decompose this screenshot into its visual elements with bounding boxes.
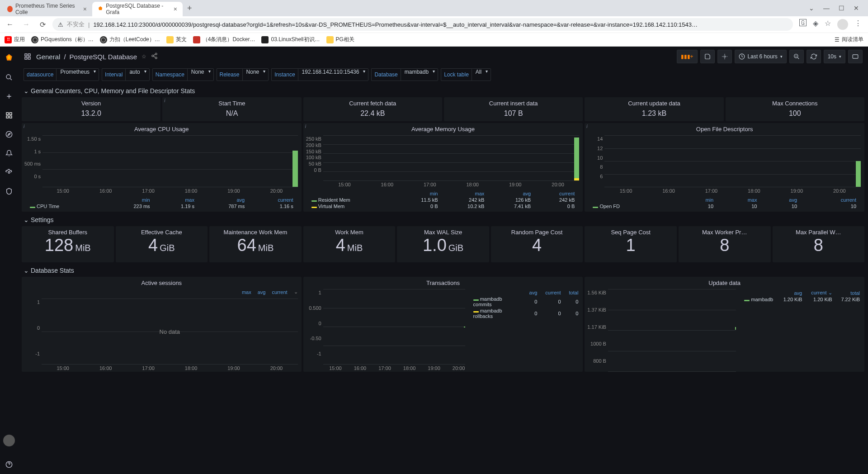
- translate-icon[interactable]: 🄶: [799, 19, 807, 30]
- close-icon[interactable]: ×: [83, 5, 87, 13]
- chevron-down-icon[interactable]: ⌄: [809, 5, 814, 12]
- panel-transactions: Transactions 10.5000-0.50-1 avgcurrentto…: [303, 277, 583, 372]
- panel-active-sessions: Active sessions maxavgcurrent⌄ 10-1 No d…: [22, 277, 302, 372]
- plot-area[interactable]: [42, 135, 298, 187]
- gear-icon[interactable]: [4, 167, 14, 178]
- row-header-counters[interactable]: ⌄General Counters, CPU, Memory and File …: [18, 85, 868, 97]
- maximize-icon[interactable]: ☐: [839, 5, 844, 12]
- bookmarks-bar: ⠿应用 ◯PGquestions（彬）… ◯力扣（LeetCode）… 英文 （…: [0, 33, 868, 46]
- panel-effective-cache: Effective Cache4GiB: [116, 226, 208, 262]
- dashboards-icon[interactable]: [4, 110, 14, 121]
- apps-button[interactable]: ⠿应用: [5, 36, 25, 43]
- user-avatar[interactable]: [3, 435, 15, 446]
- plot-area[interactable]: [323, 135, 579, 181]
- plot-area[interactable]: [608, 289, 736, 372]
- plot-area[interactable]: No data: [42, 299, 298, 365]
- bookmark-item[interactable]: PG相关: [326, 36, 354, 43]
- panel-work-mem: Work Mem4MiB: [303, 226, 396, 262]
- reading-list[interactable]: ☰阅读清单: [835, 36, 863, 43]
- info-icon[interactable]: i: [24, 124, 24, 129]
- address-bar: ← → ⟳ ⚠ 不安全 | 192.168.142.110:23000/d/00…: [0, 16, 868, 33]
- bookmark-item[interactable]: 英文: [166, 36, 187, 43]
- var-locktable[interactable]: All: [472, 68, 491, 81]
- breadcrumb-folder[interactable]: General: [36, 53, 60, 61]
- tab-bar: Prometheus Time Series Colle × PostgreSQ…: [0, 0, 868, 16]
- star-icon[interactable]: ☆: [825, 19, 831, 30]
- svg-point-12: [155, 53, 157, 55]
- reload-button[interactable]: ⟳: [36, 18, 49, 31]
- var-label: Namespace: [152, 68, 187, 81]
- info-icon[interactable]: i: [164, 98, 165, 103]
- back-button[interactable]: ←: [4, 18, 16, 31]
- breadcrumb: General / PostgreSQL Database: [36, 53, 137, 61]
- panel-start-time: i Start Time N/A: [162, 97, 301, 121]
- forward-button[interactable]: →: [20, 18, 33, 31]
- dashboard-icon: [24, 52, 32, 61]
- refresh-interval[interactable]: 10s▾: [824, 50, 845, 63]
- plot-area[interactable]: [323, 289, 465, 365]
- row-header-settings[interactable]: ⌄Settings: [18, 213, 868, 226]
- var-database[interactable]: mambadb: [401, 68, 438, 81]
- settings-button[interactable]: [717, 50, 732, 63]
- tab-prometheus[interactable]: Prometheus Time Series Colle ×: [2, 2, 92, 16]
- sidebar: [0, 47, 18, 474]
- alerts-icon[interactable]: [4, 148, 14, 159]
- help-icon[interactable]: [4, 459, 14, 470]
- var-datasource[interactable]: Prometheus: [56, 68, 99, 81]
- var-label: Release: [217, 68, 242, 81]
- bookmark-item[interactable]: ◯PGquestions（彬）…: [31, 36, 94, 43]
- zoom-out-button[interactable]: [789, 50, 804, 63]
- refresh-button[interactable]: [807, 50, 821, 63]
- window-controls: ⌄ — ☐ ✕: [809, 5, 866, 12]
- bookmark-item[interactable]: （4条消息）Docker…: [193, 36, 255, 43]
- svg-rect-11: [28, 57, 30, 59]
- var-instance[interactable]: 192.168.142.110:15436: [298, 68, 369, 81]
- dbstats-panels: Active sessions maxavgcurrent⌄ 10-1 No d…: [18, 277, 868, 374]
- star-icon[interactable]: ☆: [142, 53, 146, 60]
- info-icon[interactable]: i: [586, 124, 587, 129]
- share-icon[interactable]: [151, 52, 158, 61]
- chevron-down-icon: ⌄: [24, 216, 29, 223]
- bookmark-item[interactable]: 03.LinuxShell初识…: [261, 36, 320, 43]
- menu-icon[interactable]: ⋮: [854, 19, 862, 30]
- extension-icon[interactable]: ◈: [813, 19, 818, 30]
- row-header-dbstats[interactable]: ⌄Database Stats: [18, 264, 868, 277]
- info-icon[interactable]: i: [305, 124, 306, 129]
- security-label: 不安全: [67, 20, 85, 28]
- grafana-logo-icon[interactable]: [3, 51, 15, 64]
- time-picker[interactable]: Last 6 hours▾: [735, 50, 787, 63]
- minimize-icon[interactable]: —: [823, 5, 830, 12]
- svg-point-15: [724, 56, 726, 57]
- svg-rect-2: [9, 113, 12, 115]
- tab-grafana[interactable]: PostgreSQL Database - Grafa ×: [92, 2, 183, 16]
- plot-area[interactable]: [604, 135, 861, 187]
- save-button[interactable]: [700, 50, 715, 63]
- var-namespace[interactable]: None: [187, 68, 214, 81]
- svg-rect-18: [853, 55, 858, 58]
- var-label: datasource: [24, 68, 56, 81]
- panel-max-worker: Max Worker Pr…8: [679, 226, 771, 262]
- shield-icon[interactable]: [4, 186, 14, 197]
- var-label: Interval: [102, 68, 125, 81]
- chevron-down-icon: ⌄: [24, 267, 29, 274]
- search-icon[interactable]: [4, 72, 14, 83]
- bookmark-item[interactable]: ◯力扣（LeetCode）…: [100, 36, 160, 43]
- close-icon[interactable]: ✕: [854, 5, 859, 12]
- explore-icon[interactable]: [4, 129, 14, 140]
- profile-icon[interactable]: [837, 19, 848, 30]
- plus-icon[interactable]: [4, 91, 14, 102]
- svg-point-6: [8, 171, 10, 173]
- new-tab-button[interactable]: +: [183, 4, 197, 13]
- browser-chrome: Prometheus Time Series Colle × PostgreSQ…: [0, 0, 868, 47]
- panel-seq-page: Seq Page Cost1: [585, 226, 677, 262]
- var-label: Lock table: [441, 68, 472, 81]
- tv-mode-button[interactable]: [848, 50, 863, 63]
- close-icon[interactable]: ×: [174, 5, 177, 13]
- var-interval[interactable]: auto: [125, 68, 149, 81]
- topbar: General / PostgreSQL Database ☆ ▮▮▮+ Las…: [18, 47, 868, 66]
- var-label: Database: [371, 68, 400, 81]
- var-release[interactable]: None: [242, 68, 269, 81]
- panel-file-descriptors: i Open File Descriptors 14121086 15:0016…: [585, 123, 864, 212]
- add-panel-button[interactable]: ▮▮▮+: [677, 50, 698, 63]
- url-input[interactable]: ⚠ 不安全 | 192.168.142.110:23000/d/00000003…: [52, 18, 793, 31]
